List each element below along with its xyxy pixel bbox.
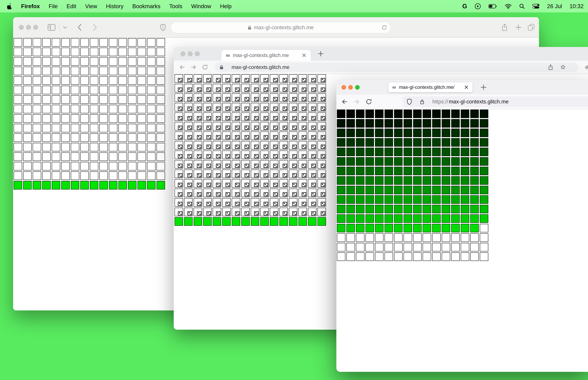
- google-menu-icon[interactable]: G: [462, 3, 467, 10]
- menu-item-view[interactable]: View: [85, 3, 97, 10]
- canvas-cell: [14, 152, 22, 161]
- back-button[interactable]: [179, 64, 185, 70]
- canvas-cell: [147, 48, 155, 56]
- spotlight-search-icon[interactable]: [519, 3, 525, 9]
- canvas-cell: [23, 76, 32, 85]
- menu-item-tools[interactable]: Tools: [169, 3, 182, 10]
- canvas-cell: [356, 195, 364, 204]
- broken-image-cell: [222, 170, 231, 178]
- play-circle-icon[interactable]: [474, 3, 481, 10]
- sidebar-icon[interactable]: [48, 24, 56, 31]
- tracking-shield-icon[interactable]: [407, 98, 412, 105]
- broken-image-cell: [174, 160, 183, 169]
- menu-item-bookmarks[interactable]: Bookmarks: [132, 3, 160, 10]
- broken-image-cell: [270, 198, 278, 207]
- back-button[interactable]: [341, 98, 348, 105]
- canvas-cell: [461, 233, 469, 242]
- canvas-cell: [337, 195, 345, 204]
- canvas-cell: [394, 195, 402, 204]
- omnibox[interactable]: max-gl-contexts.glitch.me: [215, 63, 579, 72]
- zoom-button[interactable]: [355, 85, 360, 90]
- close-button[interactable]: [341, 85, 346, 90]
- canvas-cell: [461, 138, 469, 147]
- broken-image-cell: [232, 151, 240, 159]
- close-button[interactable]: [181, 51, 186, 56]
- tab-close-icon[interactable]: [464, 85, 469, 90]
- lock-icon[interactable]: [420, 99, 424, 104]
- minimize-button[interactable]: [348, 85, 353, 90]
- chevron-down-icon[interactable]: [63, 26, 67, 29]
- extensions-puzzle-icon[interactable]: [585, 64, 588, 70]
- menu-item-help[interactable]: Help: [220, 3, 231, 10]
- apple-icon[interactable]: [7, 3, 12, 9]
- canvas-cell: [147, 76, 155, 85]
- lock-icon: [220, 65, 223, 70]
- canvas-cell: [137, 76, 146, 85]
- canvas-cell: [423, 224, 431, 232]
- new-tab-plus-icon[interactable]: [318, 51, 323, 57]
- tab-close-icon[interactable]: [302, 53, 306, 57]
- canvas-cell: [61, 95, 70, 104]
- broken-image-cell: [308, 198, 317, 207]
- minimize-button[interactable]: [188, 51, 193, 56]
- zoom-button[interactable]: [33, 25, 38, 30]
- menu-app-name[interactable]: Firefox: [21, 3, 40, 10]
- broken-image-cell: [194, 132, 202, 140]
- tab-overview-icon[interactable]: [528, 24, 535, 31]
- canvas-cell: [52, 152, 60, 161]
- broken-image-cell: [279, 217, 288, 226]
- menu-time[interactable]: 10:32: [569, 3, 584, 10]
- reload-icon[interactable]: [382, 25, 387, 30]
- broken-image-cell: [260, 103, 269, 112]
- broken-image-cell: [270, 74, 278, 83]
- broken-image-cell: [194, 103, 202, 112]
- broken-image-cell: [174, 113, 183, 121]
- broken-image-cell: [232, 179, 240, 188]
- forward-button[interactable]: [190, 64, 197, 70]
- reload-button[interactable]: [202, 64, 208, 70]
- forward-button[interactable]: [93, 24, 97, 31]
- firefox-active-tab[interactable]: ∞ max-gl-contexts.glitch.me/: [388, 82, 473, 92]
- canvas-cell: [432, 110, 441, 118]
- address-bar[interactable]: https:// max-gl-contexts.glitch.me: [403, 96, 588, 107]
- privacy-shield-icon[interactable]: [160, 24, 166, 31]
- canvas-cell: [404, 252, 412, 261]
- canvas-cell: [384, 186, 393, 194]
- canvas-cell: [109, 57, 117, 66]
- bookmark-star-icon[interactable]: [560, 64, 566, 70]
- menu-item-file[interactable]: File: [49, 3, 58, 10]
- canvas-cell: [337, 252, 345, 261]
- new-tab-plus-icon[interactable]: [480, 84, 487, 90]
- share-icon[interactable]: [548, 64, 553, 70]
- canvas-cell: [80, 171, 89, 180]
- chrome-active-tab[interactable]: ∞ max-gl-contexts.glitch.me: [222, 50, 311, 60]
- canvas-cell: [432, 176, 441, 185]
- canvas-cell: [375, 129, 383, 137]
- minimize-button[interactable]: [26, 25, 31, 30]
- reload-button[interactable]: [366, 98, 372, 105]
- control-center-icon[interactable]: [532, 4, 539, 9]
- canvas-cell: [375, 195, 383, 204]
- canvas-cell: [356, 129, 364, 137]
- menu-item-history[interactable]: History: [106, 3, 124, 10]
- canvas-cell: [14, 95, 22, 104]
- forward-button[interactable]: [353, 98, 360, 105]
- new-tab-plus-icon[interactable]: [515, 24, 521, 30]
- canvas-cell: [23, 48, 32, 56]
- share-icon[interactable]: [502, 24, 508, 31]
- address-bar[interactable]: max-gl-contexts.glitch.me: [171, 22, 391, 33]
- menu-item-edit[interactable]: Edit: [67, 3, 76, 10]
- canvas-cell: [337, 110, 345, 118]
- canvas-cell: [80, 76, 89, 85]
- close-button[interactable]: [19, 25, 24, 30]
- canvas-cell: [137, 181, 146, 190]
- battery-icon[interactable]: [489, 4, 497, 8]
- back-button[interactable]: [77, 24, 82, 31]
- menu-date[interactable]: 26 Jul: [547, 3, 562, 10]
- canvas-cell: [23, 162, 32, 171]
- wifi-icon[interactable]: [505, 4, 512, 9]
- menu-item-window[interactable]: Window: [191, 3, 211, 10]
- canvas-cell: [461, 148, 469, 156]
- zoom-button[interactable]: [195, 51, 200, 56]
- canvas-cell: [480, 110, 488, 118]
